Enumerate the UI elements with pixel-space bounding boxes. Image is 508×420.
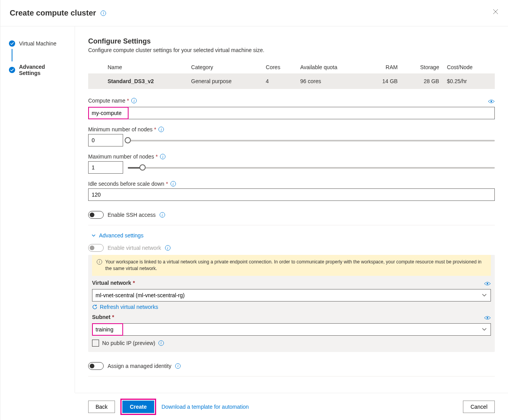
highlight-annotation: Create [120, 399, 156, 415]
step-connector [12, 49, 12, 61]
slider-handle[interactable] [139, 164, 146, 171]
divider [88, 376, 495, 376]
section-title: Configure Settings [88, 37, 495, 45]
main-content: Configure Settings Configure compute clu… [75, 26, 508, 393]
step-label: Virtual Machine [19, 40, 56, 47]
no-public-ip-row: No public IP (preview) i [92, 340, 491, 347]
create-compute-panel: Create compute cluster i Virtual Machine… [0, 0, 508, 420]
highlight-annotation [88, 107, 495, 119]
col-cores: Cores [262, 61, 296, 73]
max-nodes-field: Maximum number of nodes * i [88, 153, 495, 174]
refresh-vnets-link[interactable]: Refresh virtual networks [92, 304, 491, 310]
info-icon[interactable]: i [160, 212, 165, 218]
subnet-field: Subnet * training [92, 314, 491, 336]
vm-quota: 96 cores [296, 73, 366, 89]
no-public-ip-checkbox[interactable] [92, 340, 99, 347]
chevron-down-icon [91, 233, 96, 238]
info-icon[interactable]: i [160, 154, 165, 159]
virtual-network-field: Virtual network * ml-vnet-scentral (ml-v… [92, 280, 491, 310]
advanced-settings-expander[interactable]: Advanced settings [88, 231, 495, 244]
check-icon [9, 40, 15, 47]
panel-footer: Back Create Download a template for auto… [75, 393, 508, 420]
info-icon[interactable]: i [158, 127, 164, 132]
preview-icon[interactable] [484, 315, 491, 320]
info-icon[interactable]: i [131, 98, 137, 103]
virtual-network-dropdown[interactable]: ml-vnet-scentral (ml-vnet-scentral-rg) [92, 289, 491, 301]
step-virtual-machine[interactable]: Virtual Machine [0, 38, 75, 49]
vm-name: Standard_DS3_v2 [104, 73, 187, 89]
idle-seconds-label: Idle seconds before scale down [88, 181, 164, 187]
idle-seconds-field: Idle seconds before scale down * i [88, 181, 495, 201]
vm-summary-table: Name Category Cores Available quota RAM … [88, 61, 495, 89]
vnet-info-banner: i Your workspace is linked to a virtual … [92, 255, 491, 276]
back-button[interactable]: Back [88, 401, 115, 413]
vm-cost: $0.25/hr [443, 73, 495, 89]
section-subtitle: Configure compute cluster settings for y… [88, 47, 495, 53]
max-nodes-input[interactable] [88, 161, 123, 174]
info-icon[interactable]: i [165, 245, 170, 251]
min-nodes-input[interactable] [88, 134, 123, 146]
vnet-toggle-row: Enable virtual network i [88, 244, 495, 255]
compute-name-input[interactable] [88, 107, 495, 119]
max-nodes-label: Maximum number of nodes [88, 153, 154, 160]
refresh-icon [92, 304, 97, 310]
subnet-label: Subnet [92, 314, 110, 320]
no-public-ip-label: No public IP (preview) [102, 340, 155, 346]
vnet-toggle-label: Enable virtual network [108, 245, 161, 251]
required-icon: * [166, 181, 168, 187]
ssh-toggle-label: Enable SSH access [108, 212, 156, 218]
header-info-icon[interactable]: i [101, 10, 106, 16]
slider-handle[interactable] [125, 137, 131, 143]
idle-seconds-input[interactable] [88, 188, 495, 201]
advanced-expander-label: Advanced settings [99, 232, 143, 239]
info-icon[interactable]: i [175, 363, 181, 369]
vm-cores: 4 [262, 73, 296, 89]
info-icon[interactable]: i [170, 181, 176, 186]
required-icon: * [112, 314, 114, 320]
vm-storage: 28 GB [402, 73, 443, 89]
vm-ram: 14 GB [366, 73, 402, 89]
compute-name-label: Compute name [88, 98, 125, 104]
refresh-label: Refresh virtual networks [100, 304, 158, 310]
download-template-link[interactable]: Download a template for automation [162, 401, 249, 413]
required-icon: * [156, 153, 158, 160]
preview-icon[interactable] [484, 281, 491, 286]
required-icon: * [127, 98, 129, 104]
managed-identity-label: Assign a managed identity [108, 363, 171, 369]
panel-title: Create compute cluster [10, 9, 96, 17]
ssh-toggle-row: Enable SSH access i [88, 208, 495, 222]
step-advanced-settings[interactable]: Advanced Settings [0, 61, 75, 78]
compute-name-field: Compute name * i [88, 98, 495, 119]
create-button[interactable]: Create [122, 401, 154, 413]
min-nodes-slider[interactable] [128, 136, 495, 145]
required-icon: * [133, 280, 135, 286]
col-storage: Storage [402, 61, 443, 73]
step-label: Advanced Settings [19, 64, 66, 76]
info-icon: i [97, 259, 102, 265]
wizard-steps-sidebar: Virtual Machine Advanced Settings [0, 26, 75, 393]
cancel-button[interactable]: Cancel [463, 401, 495, 413]
check-icon [9, 67, 15, 73]
subnet-dropdown[interactable]: training [92, 323, 491, 336]
close-icon[interactable] [492, 9, 499, 15]
min-nodes-field: Minimum number of nodes * i [88, 126, 495, 146]
info-icon[interactable]: i [158, 340, 164, 346]
panel-header: Create compute cluster i [0, 0, 508, 26]
managed-identity-row: Assign a managed identity i [88, 359, 495, 373]
preview-icon[interactable] [488, 99, 495, 104]
col-ram: RAM [366, 61, 402, 73]
ssh-toggle[interactable] [88, 211, 104, 219]
col-quota: Available quota [296, 61, 366, 73]
min-nodes-label: Minimum number of nodes [88, 126, 153, 132]
vnet-toggle [88, 244, 104, 252]
highlight-annotation: training [92, 323, 491, 336]
managed-identity-toggle[interactable] [88, 362, 104, 370]
max-nodes-slider[interactable] [128, 163, 495, 172]
col-category: Category [187, 61, 262, 73]
col-cost: Cost/Node [443, 61, 495, 73]
vnet-label: Virtual network [92, 280, 131, 286]
svg-point-0 [491, 101, 492, 102]
vm-category: General purpose [187, 73, 262, 89]
vm-row: Standard_DS3_v2 General purpose 4 96 cor… [88, 73, 495, 89]
svg-point-2 [487, 317, 488, 319]
